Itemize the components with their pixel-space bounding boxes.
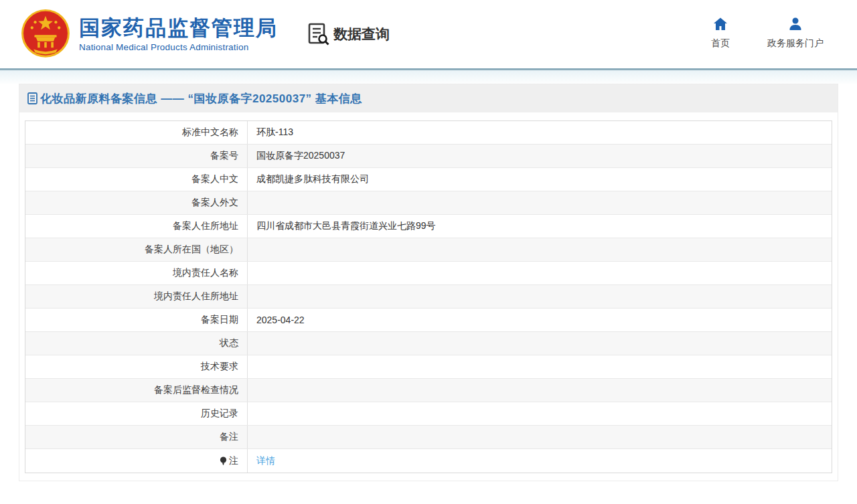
row-value-cell: 环肽-113 — [248, 121, 832, 144]
row-label: 标准中文名称 — [182, 127, 238, 139]
row-label-cell: 备案日期 — [25, 309, 248, 331]
note-bulb-icon — [220, 456, 227, 466]
row-value-cell: 四川省成都市大邑县青霞街道兴业七路99号 — [248, 215, 832, 238]
table-row: 境内责任人名称 — [25, 262, 832, 285]
table-row: 技术要求 — [25, 355, 832, 379]
row-label-cell: 标准中文名称 — [25, 121, 248, 144]
row-value: 国妆原备字20250037 — [256, 150, 345, 162]
link-home-label: 首页 — [711, 37, 730, 50]
row-label-cell: 备案人所在国（地区） — [25, 238, 248, 261]
row-label: 注 — [229, 455, 238, 467]
row-value-cell: 国妆原备字20250037 — [248, 145, 832, 167]
row-label: 备注 — [220, 431, 238, 443]
row-label: 境内责任人住所地址 — [154, 290, 238, 303]
org-name-en: National Medical Products Administration — [79, 42, 278, 52]
header-links: 首页 政务服务门户 — [711, 16, 824, 50]
table-row: 境内责任人住所地址 — [25, 285, 832, 309]
row-value-cell: 成都凯捷多肽科技有限公司 — [248, 168, 832, 191]
home-icon — [712, 16, 728, 32]
row-label: 备案人外文 — [191, 197, 238, 209]
row-label-cell: 备案人中文 — [25, 168, 248, 191]
table-row: 备案人住所地址 四川省成都市大邑县青霞街道兴业七路99号 — [25, 215, 832, 238]
row-value-cell: 2025-04-22 — [248, 309, 832, 331]
info-table: 标准中文名称 环肽-113 备案号 国妆原备字20250037 备案人中文 成都… — [25, 120, 832, 473]
table-row: 备注 — [25, 426, 832, 449]
row-label: 备案日期 — [201, 314, 238, 326]
row-value-cell — [248, 285, 832, 308]
table-row: 备案号 国妆原备字20250037 — [25, 145, 832, 168]
info-card: 化妆品新原料备案信息 —— “国妆原备字20250037” 基本信息 标准中文名… — [19, 84, 838, 481]
document-search-icon — [308, 23, 329, 46]
org-name-cn: 国家药品监督管理局 — [79, 16, 278, 40]
table-row: 状态 — [25, 332, 832, 355]
page-title: 化妆品新原料备案信息 —— “国妆原备字20250037” 基本信息 — [40, 91, 362, 106]
row-value-cell: 详情 — [248, 449, 832, 473]
row-label-cell: 注 — [25, 449, 248, 473]
table-row: 备案后监督检查情况 — [25, 379, 832, 402]
nav-data-query-label: 数据查询 — [333, 25, 390, 44]
row-label: 技术要求 — [201, 361, 238, 373]
row-value-cell — [248, 402, 832, 425]
row-label-cell: 备案号 — [25, 145, 248, 167]
info-table-body: 标准中文名称 环肽-113 备案号 国妆原备字20250037 备案人中文 成都… — [25, 121, 832, 473]
row-value-cell — [248, 426, 832, 448]
nav-data-query[interactable]: 数据查询 — [308, 23, 390, 46]
header-accent-band — [0, 70, 857, 84]
table-row: 备案人所在国（地区） — [25, 238, 832, 262]
site-logo[interactable]: 国家药品监督管理局 National Medical Products Admi… — [20, 9, 278, 60]
row-label: 备案号 — [210, 150, 238, 162]
row-value-cell — [248, 355, 832, 378]
row-label: 备案后监督检查情况 — [154, 384, 238, 396]
row-value-cell — [248, 262, 832, 284]
card-title-bar: 化妆品新原料备案信息 —— “国妆原备字20250037” 基本信息 — [19, 84, 838, 112]
site-header: 国家药品监督管理局 National Medical Products Admi… — [0, 0, 857, 70]
row-label: 历史记录 — [201, 408, 238, 420]
row-label-cell: 历史记录 — [25, 402, 248, 425]
document-icon — [27, 92, 37, 104]
national-emblem-icon — [20, 9, 71, 60]
table-row: 标准中文名称 环肽-113 — [25, 121, 832, 145]
row-label-cell: 备注 — [25, 426, 248, 448]
row-value: 成都凯捷多肽科技有限公司 — [256, 173, 369, 185]
link-home[interactable]: 首页 — [711, 16, 730, 50]
row-value: 四川省成都市大邑县青霞街道兴业七路99号 — [256, 220, 436, 232]
row-label-cell: 境内责任人名称 — [25, 262, 248, 284]
table-row: 注 详情 — [25, 449, 832, 473]
table-row: 备案日期 2025-04-22 — [25, 309, 832, 332]
row-label-cell: 状态 — [25, 332, 248, 355]
table-row: 备案人外文 — [25, 191, 832, 215]
link-gov-portal-label: 政务服务门户 — [767, 37, 824, 50]
table-row: 历史记录 — [25, 402, 832, 426]
row-label: 备案人住所地址 — [173, 220, 238, 232]
row-label: 备案人中文 — [191, 173, 238, 185]
row-label: 状态 — [220, 337, 238, 349]
detail-link[interactable]: 详情 — [256, 455, 275, 467]
row-label: 备案人所在国（地区） — [145, 244, 238, 256]
row-value-cell — [248, 191, 832, 214]
row-value-cell — [248, 379, 832, 402]
row-label-cell: 备案后监督检查情况 — [25, 379, 248, 402]
link-gov-portal[interactable]: 政务服务门户 — [767, 16, 824, 50]
row-value: 环肽-113 — [256, 127, 293, 139]
row-label-cell: 备案人住所地址 — [25, 215, 248, 238]
row-label: 境内责任人名称 — [173, 267, 238, 279]
user-icon — [787, 16, 803, 32]
row-value-cell — [248, 238, 832, 261]
table-row: 备案人中文 成都凯捷多肽科技有限公司 — [25, 168, 832, 191]
row-label-cell: 备案人外文 — [25, 191, 248, 214]
row-label-cell: 境内责任人住所地址 — [25, 285, 248, 308]
row-value-cell — [248, 332, 832, 355]
row-label-cell: 技术要求 — [25, 355, 248, 378]
row-value: 2025-04-22 — [256, 315, 305, 325]
